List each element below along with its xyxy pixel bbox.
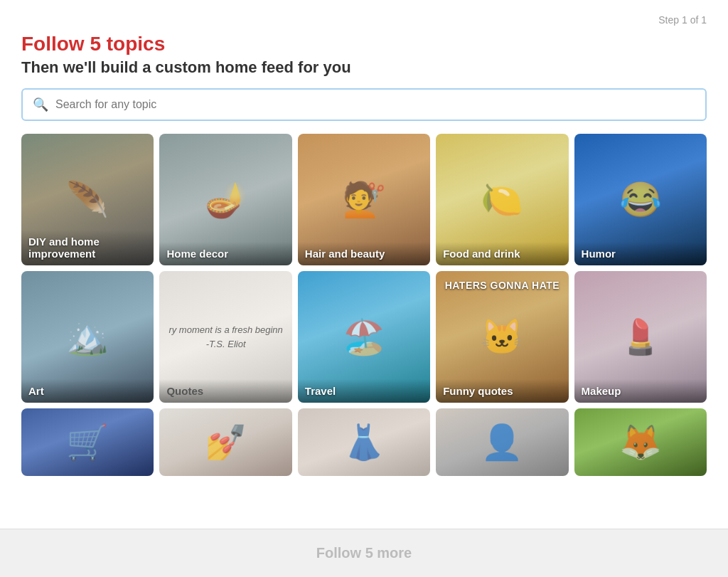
topic-bg-humor: 😂Humor <box>574 134 707 265</box>
topic-icon-diy: 🪶 <box>66 180 109 220</box>
quotes-text: ry moment is a fresh beginn -T.S. Eliot <box>161 316 289 358</box>
topic-bg-animal: 🦊 <box>574 408 707 476</box>
topic-bg-portrait: 👤 <box>436 408 568 476</box>
topic-card-home-decor[interactable]: 🪔Home decor <box>159 134 291 265</box>
topic-bg-travel: 🏖️Travel <box>298 271 430 403</box>
topic-label-home-decor: Home decor <box>159 242 291 265</box>
topic-icon-animal: 🦊 <box>619 423 662 462</box>
topic-card-makeup[interactable]: 💄Makeup <box>574 271 707 403</box>
topic-card-art[interactable]: 🏔️Art <box>21 271 154 403</box>
topic-card-hair[interactable]: 💇Hair and beauty <box>298 134 430 265</box>
topics-grid-row1: 🪶DIY and home improvement🪔Home decor💇Hai… <box>21 134 707 265</box>
follow-more-button[interactable]: Follow 5 more <box>316 545 412 561</box>
topic-label-diy: DIY and home improvement <box>21 230 154 265</box>
topics-grid-row3: 🛒💅👗👤🦊 <box>21 408 707 476</box>
topic-bg-quotes: ry moment is a fresh beginn -T.S. EliotQ… <box>159 271 291 403</box>
topic-bg-food: 🍋Food and drink <box>436 134 568 265</box>
topic-bg-art: 🏔️Art <box>21 271 154 403</box>
topic-label-art: Art <box>21 379 154 403</box>
topic-bg-nails: 💅 <box>159 408 291 476</box>
topic-icon-nails: 💅 <box>205 423 247 462</box>
topic-card-diy[interactable]: 🪶DIY and home improvement <box>21 134 154 265</box>
follow-bar: Follow 5 more <box>0 529 728 577</box>
topic-label-quotes: Quotes <box>159 379 291 403</box>
topic-card-portrait[interactable]: 👤 <box>436 408 568 476</box>
topic-card-food[interactable]: 🍋Food and drink <box>436 134 568 265</box>
topic-bg-walmart: 🛒 <box>21 408 154 476</box>
topic-icon-home-decor: 🪔 <box>205 180 247 220</box>
page-title: Follow 5 topics <box>21 33 707 55</box>
search-input[interactable] <box>55 98 695 111</box>
topic-overlay-funny: HATERS GONNA HATE <box>436 280 568 291</box>
topic-card-quotes[interactable]: ry moment is a fresh beginn -T.S. EliotQ… <box>159 271 291 403</box>
topic-card-travel[interactable]: 🏖️Travel <box>298 271 430 403</box>
topic-bg-hair: 💇Hair and beauty <box>298 134 430 265</box>
topic-icon-walmart: 🛒 <box>66 423 109 462</box>
topic-card-funny[interactable]: 🐱HATERS GONNA HATEFunny quotes <box>436 271 568 403</box>
topic-label-humor: Humor <box>574 242 707 265</box>
topic-card-fashion[interactable]: 👗 <box>298 408 430 476</box>
topic-icon-food: 🍋 <box>481 180 523 220</box>
topic-icon-humor: 😂 <box>619 180 662 220</box>
topic-bg-funny: 🐱HATERS GONNA HATEFunny quotes <box>436 271 568 403</box>
topic-label-makeup: Makeup <box>574 379 707 403</box>
page-subtitle: Then we'll build a custom home feed for … <box>21 58 707 77</box>
topic-icon-makeup: 💄 <box>619 317 662 357</box>
topic-card-humor[interactable]: 😂Humor <box>574 134 707 265</box>
step-indicator: Step 1 of 1 <box>21 14 707 26</box>
topic-bg-home-decor: 🪔Home decor <box>159 134 291 265</box>
topic-bg-makeup: 💄Makeup <box>574 271 707 403</box>
topic-bg-fashion: 👗 <box>298 408 430 476</box>
search-icon: 🔍 <box>33 97 48 112</box>
topic-label-funny: Funny quotes <box>436 379 568 403</box>
search-bar[interactable]: 🔍 <box>21 88 707 121</box>
topic-icon-portrait: 👤 <box>481 423 523 462</box>
topics-grid-row2: 🏔️Artry moment is a fresh beginn -T.S. E… <box>21 271 707 403</box>
topic-icon-hair: 💇 <box>343 180 385 220</box>
topic-icon-funny: 🐱 <box>481 317 523 357</box>
topic-label-travel: Travel <box>298 379 430 403</box>
topic-card-nails[interactable]: 💅 <box>159 408 291 476</box>
topic-label-hair: Hair and beauty <box>298 242 430 265</box>
topic-card-animal[interactable]: 🦊 <box>574 408 707 476</box>
topic-icon-travel: 🏖️ <box>343 317 385 357</box>
topic-card-walmart[interactable]: 🛒 <box>21 408 154 476</box>
topic-icon-art: 🏔️ <box>66 317 109 357</box>
topic-icon-fashion: 👗 <box>343 423 385 462</box>
topic-bg-diy: 🪶DIY and home improvement <box>21 134 154 265</box>
topic-label-food: Food and drink <box>436 242 568 265</box>
